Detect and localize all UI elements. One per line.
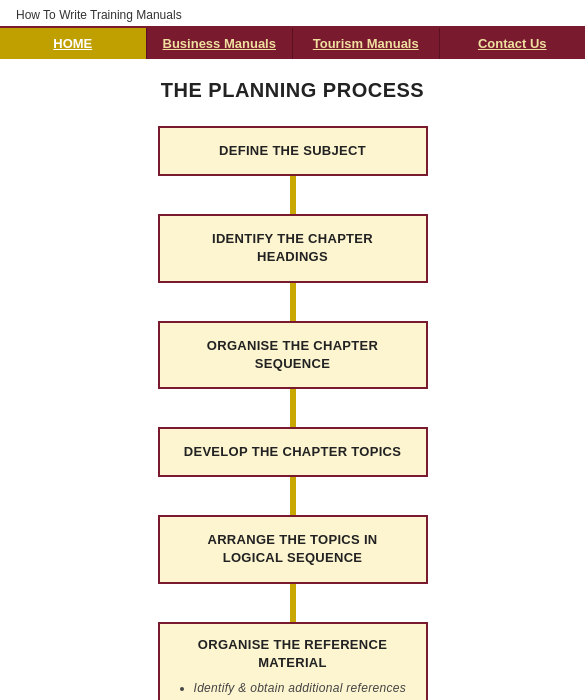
nav-item-tourism[interactable]: Tourism Manuals xyxy=(293,28,440,59)
page-title: THE PLANNING PROCESS xyxy=(161,79,424,102)
flowchart-box-1: DEFINE THE SUBJECT xyxy=(158,126,428,176)
flow-connector-5 xyxy=(290,584,296,622)
flowchart-box-3-text: ORGANISE THE CHAPTER SEQUENCE xyxy=(207,338,378,371)
flowchart-box-6-bullet: Identify & obtain additional references … xyxy=(194,680,410,700)
flowchart-box-1-text: DEFINE THE SUBJECT xyxy=(219,143,366,158)
nav-item-home[interactable]: HOME xyxy=(0,28,147,59)
flowchart-box-4: DEVELOP THE CHAPTER TOPICS xyxy=(158,427,428,477)
flowchart-box-6-title: ORGANISE THE REFERENCE MATERIAL xyxy=(176,636,410,672)
flowchart-box-3: ORGANISE THE CHAPTER SEQUENCE xyxy=(158,321,428,389)
main-content: THE PLANNING PROCESS DEFINE THE SUBJECT … xyxy=(0,59,585,700)
flow-connector-3 xyxy=(290,389,296,427)
flowchart-box-6: ORGANISE THE REFERENCE MATERIAL Identify… xyxy=(158,622,428,701)
main-nav: HOME Business Manuals Tourism Manuals Co… xyxy=(0,28,585,59)
flow-connector-4 xyxy=(290,477,296,515)
site-title: How To Write Training Manuals xyxy=(16,8,569,22)
flow-connector-2 xyxy=(290,283,296,321)
flowchart-box-2-text: IDENTIFY THE CHAPTER HEADINGS xyxy=(212,231,373,264)
flow-connector-1 xyxy=(290,176,296,214)
flowchart-box-5-text: ARRANGE THE TOPICS INLOGICAL SEQUENCE xyxy=(207,532,377,565)
nav-item-business[interactable]: Business Manuals xyxy=(147,28,294,59)
flowchart-box-4-text: DEVELOP THE CHAPTER TOPICS xyxy=(184,444,402,459)
flowchart-box-5: ARRANGE THE TOPICS INLOGICAL SEQUENCE xyxy=(158,515,428,583)
site-header: How To Write Training Manuals xyxy=(0,0,585,28)
nav-item-contact[interactable]: Contact Us xyxy=(440,28,586,59)
flowchart-box-2: IDENTIFY THE CHAPTER HEADINGS xyxy=(158,214,428,282)
flowchart: DEFINE THE SUBJECT IDENTIFY THE CHAPTER … xyxy=(40,126,545,700)
